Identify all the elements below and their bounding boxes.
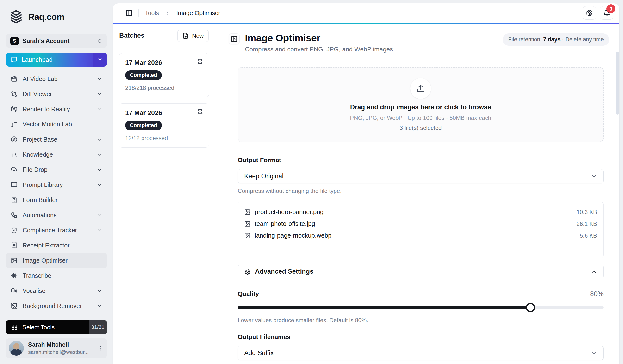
file-row: team-photo-offsite.jpg 26.1 KB xyxy=(244,218,597,230)
status-badge: Completed xyxy=(125,70,162,80)
launchpad-button[interactable]: Launchpad xyxy=(6,53,107,66)
message-square-icon xyxy=(11,56,17,63)
batches-title: Batches xyxy=(119,32,144,39)
sidebar-item-render-to-reality[interactable]: Render to Reality xyxy=(6,102,107,117)
sidebar-toggle-button[interactable] xyxy=(124,8,134,18)
pin-icon[interactable] xyxy=(197,109,203,116)
user-name: Sarah Mitchell xyxy=(28,341,93,348)
chevron-down-icon xyxy=(97,182,102,188)
upload-circle xyxy=(410,78,431,99)
batch-date: 17 Mar 2026 xyxy=(125,59,203,66)
cloud-upload-icon xyxy=(11,167,17,173)
accent-gradient-bar xyxy=(113,22,619,24)
sidebar-item-receipt-extractor[interactable]: Receipt Extractor xyxy=(6,238,107,253)
sidebar-item-diff-viewer[interactable]: Diff Viewer xyxy=(6,86,107,102)
chevrons-up-down-icon xyxy=(97,38,103,44)
account-switcher[interactable]: S Sarah's Account xyxy=(6,34,107,48)
pin-icon[interactable] xyxy=(197,59,203,65)
file-name: landing-page-mockup.webp xyxy=(255,232,332,239)
chevron-down-icon xyxy=(591,173,597,179)
ellipsis-vertical-icon[interactable] xyxy=(97,345,104,351)
output-format-select[interactable]: Keep Original xyxy=(238,169,603,183)
new-batch-label: New xyxy=(192,32,203,39)
switch-camera-icon xyxy=(11,106,17,112)
image-file-icon xyxy=(244,209,251,215)
batches-list: 17 Mar 2026 Completed 218/218 processed … xyxy=(113,47,215,153)
select-tools-main[interactable]: Select Tools xyxy=(6,320,89,334)
sidebar-item-project-base[interactable]: Project Base xyxy=(6,132,107,147)
new-batch-button[interactable]: New xyxy=(178,30,209,42)
chevron-right-icon xyxy=(165,11,170,16)
chevron-down-icon xyxy=(97,288,102,294)
panel-left-icon xyxy=(126,9,133,17)
breadcrumb-tools[interactable]: Tools xyxy=(145,10,159,16)
batch-card[interactable]: 17 Mar 2026 Completed 12/12 processed xyxy=(119,103,209,148)
chevron-down-icon xyxy=(591,350,597,356)
clapperboard-icon xyxy=(11,76,17,82)
main-window: Tools Image Optimiser 3 Batches xyxy=(113,3,619,364)
batches-panel: Batches New 17 Mar 2026 Completed 218/21… xyxy=(113,24,215,364)
sidebar-item-prompt-library[interactable]: Prompt Library xyxy=(6,177,107,193)
advanced-settings-toggle[interactable]: Advanced Settings xyxy=(238,265,603,278)
page-subtitle: Compress and convert PNG, JPG, and WebP … xyxy=(245,46,395,53)
chevron-up-icon xyxy=(591,269,597,275)
page-title: Image Optimiser xyxy=(245,32,395,44)
package-search-button[interactable] xyxy=(583,6,596,20)
dropzone[interactable]: Drag and drop images here or click to br… xyxy=(238,67,603,142)
slider-track[interactable] xyxy=(238,306,603,309)
breadcrumb: Tools Image Optimiser xyxy=(145,10,221,17)
sidebar-item-background-remover[interactable]: Background Remover xyxy=(6,299,107,314)
slider-thumb[interactable] xyxy=(526,303,535,312)
tool-header: Image Optimiser Compress and convert PNG… xyxy=(215,24,619,53)
launchpad-main[interactable]: Launchpad xyxy=(6,53,92,66)
chevron-down-icon xyxy=(97,303,102,309)
quality-helper: Lower values produce smaller files. Defa… xyxy=(238,317,603,324)
chevron-down-icon xyxy=(97,152,102,157)
quality-slider[interactable] xyxy=(238,303,603,312)
image-file-icon xyxy=(244,232,251,239)
avatar xyxy=(9,341,24,356)
sidebar-item-knowledge[interactable]: Knowledge xyxy=(6,147,107,162)
chevron-down-icon xyxy=(97,91,102,97)
sidebar-item-transcribe[interactable]: Transcribe xyxy=(6,268,107,283)
compass-icon xyxy=(11,136,17,143)
status-badge: Completed xyxy=(125,121,162,130)
sidebar-item-image-optimiser[interactable]: Image Optimiser xyxy=(6,253,107,268)
chevron-down-icon xyxy=(97,167,102,172)
output-filenames-select[interactable]: Add Suffix xyxy=(238,346,603,360)
sidebar-item-vector-motion-lab[interactable]: Vector Motion Lab xyxy=(6,117,107,132)
sidebar-item-vocalise[interactable]: Vocalise xyxy=(6,283,107,299)
file-size: 26.1 KB xyxy=(577,221,597,227)
scrollbar-thumb[interactable] xyxy=(616,52,619,115)
select-tools-button[interactable]: Select Tools 31/31 xyxy=(6,320,107,334)
file-row: product-hero-banner.png 10.3 KB xyxy=(244,206,597,218)
batches-header: Batches New xyxy=(113,24,215,47)
sidebar: Raq.com S Sarah's Account Launchpad AI V… xyxy=(0,0,113,364)
brand-name: Raq.com xyxy=(28,12,65,22)
batch-card[interactable]: 17 Mar 2026 Completed 218/218 processed xyxy=(119,53,209,97)
launchpad-expand-button[interactable] xyxy=(92,53,107,66)
output-filenames-label: Output Filenames xyxy=(238,333,603,341)
grid-icon xyxy=(11,324,18,330)
book-open-icon xyxy=(11,182,17,188)
chevron-down-icon xyxy=(97,107,102,112)
launchpad-label: Launchpad xyxy=(22,56,53,64)
gear-icon xyxy=(244,268,251,275)
package-search-icon xyxy=(586,10,593,17)
collapse-panel-button[interactable] xyxy=(229,33,240,44)
sidebar-nav: AI Video Lab Diff Viewer Render to Reali… xyxy=(6,71,107,329)
brand-logo: Raq.com xyxy=(8,9,107,25)
dropzone-title: Drag and drop images here or click to br… xyxy=(350,104,491,111)
user-meta: Sarah Mitchell sarah.mitchell@westbur... xyxy=(28,341,93,355)
sidebar-item-ai-video-lab[interactable]: AI Video Lab xyxy=(6,71,107,86)
notification-count-badge: 3 xyxy=(606,4,615,13)
sidebar-item-automations[interactable]: Automations xyxy=(6,208,107,223)
sidebar-item-file-drop[interactable]: File Drop xyxy=(6,162,107,177)
sidebar-item-form-builder[interactable]: Form Builder xyxy=(6,193,107,208)
file-row: landing-page-mockup.webp 5.6 KB xyxy=(244,230,597,241)
notifications-button[interactable]: 3 xyxy=(600,6,613,20)
sidebar-item-compliance-tracker[interactable]: Compliance Tracker xyxy=(6,223,107,238)
user-card[interactable]: Sarah Mitchell sarah.mitchell@westbur... xyxy=(6,338,107,358)
chevron-down-icon xyxy=(97,213,102,218)
raq-logo-icon xyxy=(8,9,24,25)
